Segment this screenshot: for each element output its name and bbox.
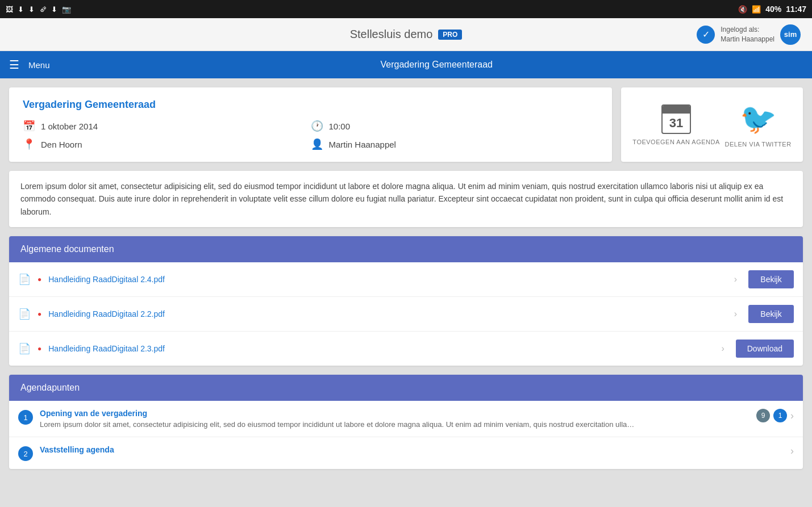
meeting-time: 10:00 — [329, 121, 351, 131]
documents-section-header: Algemene documenten — [9, 236, 803, 262]
doc-dot: ● — [38, 275, 41, 283]
twitter-icon: 🐦 — [740, 102, 777, 136]
wifi-icon: 📶 — [752, 5, 761, 14]
main-content: Vergadering Gemeenteraad 📅 1 oktober 201… — [0, 78, 812, 507]
location-icon: 📍 — [23, 138, 35, 150]
document-row: 📄 ● Handleiding RaadDigitaal 2.4.pdf › B… — [9, 262, 803, 297]
nav-bar: ☰ Menu Vergadering Gemeenteraad — [0, 51, 812, 78]
screenshot-icon: 🖼 — [6, 5, 13, 14]
user-name: Martin Haanappel — [721, 35, 774, 44]
meeting-card: Vergadering Gemeenteraad 📅 1 oktober 201… — [9, 87, 612, 162]
document-name[interactable]: Handleiding RaadDigitaal 2.4.pdf — [48, 275, 727, 284]
documents-section-body: 📄 ● Handleiding RaadDigitaal 2.4.pdf › B… — [9, 262, 803, 366]
status-bar-left: 🖼 ⬇ ⬇ 🗞 ⬇ 📷 — [6, 5, 71, 14]
agenda-section: Agendapunten 1 Opening van de vergaderin… — [9, 375, 803, 469]
meeting-location: Den Hoorn — [41, 140, 82, 149]
meeting-card-title: Vergadering Gemeenteraad — [23, 99, 598, 111]
agenda-section-body: 1 Opening van de vergadering Lorem ipsum… — [9, 401, 803, 469]
status-bar: 🖼 ⬇ ⬇ 🗞 ⬇ 📷 🔇 📶 40% 11:47 — [0, 0, 812, 18]
file-icon: 📄 — [18, 308, 31, 320]
agenda-content: Vaststelling agenda — [40, 445, 784, 456]
battery-text: 40% — [765, 5, 781, 14]
agenda-content: Opening van de vergadering Lorem ipsum d… — [40, 409, 749, 429]
chevron-right-icon: › — [734, 309, 737, 319]
chevron-right-icon: › — [721, 343, 724, 354]
file-icon: 📄 — [18, 273, 31, 286]
chevron-right-icon: › — [790, 410, 794, 422]
doc-dot: ● — [38, 345, 41, 353]
calendar-action-icon: 31 — [661, 104, 691, 134]
agenda-item-title[interactable]: Vaststelling agenda — [40, 445, 784, 454]
verified-icon: ✓ — [697, 26, 715, 44]
app-title: Stellesluis demo PRO — [350, 28, 463, 41]
agenda-section-header: Agendapunten — [9, 375, 803, 401]
docs-badge: 1 — [773, 409, 787, 422]
agenda-item-row: 1 Opening van de vergadering Lorem ipsum… — [9, 401, 803, 437]
user-info: ✓ Ingelogd als: Martin Haanappel sim — [697, 24, 801, 45]
app-header: Stellesluis demo PRO ✓ Ingelogd als: Mar… — [0, 18, 812, 51]
agenda-number: 1 — [18, 410, 33, 425]
bekijk-button[interactable]: Bekijk — [748, 305, 794, 323]
hamburger-icon[interactable]: ☰ — [9, 58, 19, 72]
meeting-time-row: 🕐 10:00 — [311, 120, 599, 132]
description-card: Lorem ipsum dolor sit amet, consectetur … — [9, 171, 803, 227]
meeting-organizer-row: 👤 Martin Haanappel — [311, 138, 599, 150]
download3-icon: ⬇ — [51, 5, 57, 14]
download2-icon: ⬇ — [28, 5, 35, 14]
person-icon: 👤 — [311, 138, 323, 150]
comments-badge: 9 — [756, 409, 770, 422]
user-text: Ingelogd als: Martin Haanappel — [721, 25, 774, 44]
meeting-date: 1 oktober 2014 — [41, 121, 98, 131]
newspaper-icon: 🗞 — [39, 5, 47, 14]
document-name[interactable]: Handleiding RaadDigitaal 2.3.pdf — [48, 344, 714, 353]
meeting-info-row: Vergadering Gemeenteraad 📅 1 oktober 201… — [9, 87, 803, 162]
meeting-details: 📅 1 oktober 2014 🕐 10:00 📍 Den Hoorn 👤 M… — [23, 120, 598, 150]
chevron-right-icon: › — [734, 274, 737, 284]
description-text: Lorem ipsum dolor sit amet, consectetur … — [20, 180, 792, 218]
time-display: 11:47 — [786, 5, 806, 14]
agenda-right: › — [790, 445, 794, 457]
logged-in-label: Ingelogd als: — [721, 25, 774, 35]
download1-icon: ⬇ — [18, 5, 24, 14]
file-icon: 📄 — [18, 342, 31, 355]
side-actions: 31 TOEVOEGEN AAN AGENDA 🐦 DELEN VIA TWIT… — [621, 87, 803, 162]
mute-icon: 🔇 — [738, 5, 747, 14]
document-row: 📄 ● Handleiding RaadDigitaal 2.2.pdf › B… — [9, 297, 803, 332]
add-to-agenda-label: TOEVOEGEN AAN AGENDA — [632, 139, 719, 145]
documents-section: Algemene documenten 📄 ● Handleiding Raad… — [9, 236, 803, 366]
share-twitter-label: DELEN VIA TWITTER — [725, 141, 792, 148]
avatar: sim — [780, 24, 801, 45]
nav-menu-label[interactable]: Menu — [28, 60, 50, 70]
doc-dot: ● — [38, 310, 41, 318]
document-row: 📄 ● Handleiding RaadDigitaal 2.3.pdf › D… — [9, 332, 803, 366]
meeting-organizer: Martin Haanappel — [329, 140, 396, 149]
meeting-location-row: 📍 Den Hoorn — [23, 138, 311, 150]
camera-icon: 📷 — [62, 5, 71, 14]
download-button[interactable]: Download — [736, 340, 794, 358]
calendar-icon: 📅 — [23, 120, 35, 132]
agenda-item-description: Lorem ipsum dolor sit amet, consectetur … — [40, 420, 636, 429]
share-twitter-button[interactable]: 🐦 DELEN VIA TWITTER — [725, 102, 792, 148]
app-title-text: Stellesluis demo — [350, 28, 433, 41]
clock-icon: 🕐 — [311, 120, 323, 132]
meeting-date-row: 📅 1 oktober 2014 — [23, 120, 311, 132]
agenda-number: 2 — [18, 446, 33, 461]
nav-page-title: Vergadering Gemeenteraad — [70, 60, 803, 70]
document-name[interactable]: Handleiding RaadDigitaal 2.2.pdf — [48, 309, 727, 319]
add-to-agenda-button[interactable]: 31 TOEVOEGEN AAN AGENDA — [632, 104, 719, 145]
bekijk-button[interactable]: Bekijk — [748, 270, 794, 288]
pro-badge: PRO — [438, 30, 462, 40]
status-bar-right: 🔇 📶 40% 11:47 — [738, 5, 806, 14]
agenda-right: 9 1 › — [756, 409, 794, 422]
agenda-item-title[interactable]: Opening van de vergadering — [40, 409, 749, 418]
agenda-item-row: 2 Vaststelling agenda › — [9, 437, 803, 469]
chevron-right-icon: › — [790, 445, 794, 457]
